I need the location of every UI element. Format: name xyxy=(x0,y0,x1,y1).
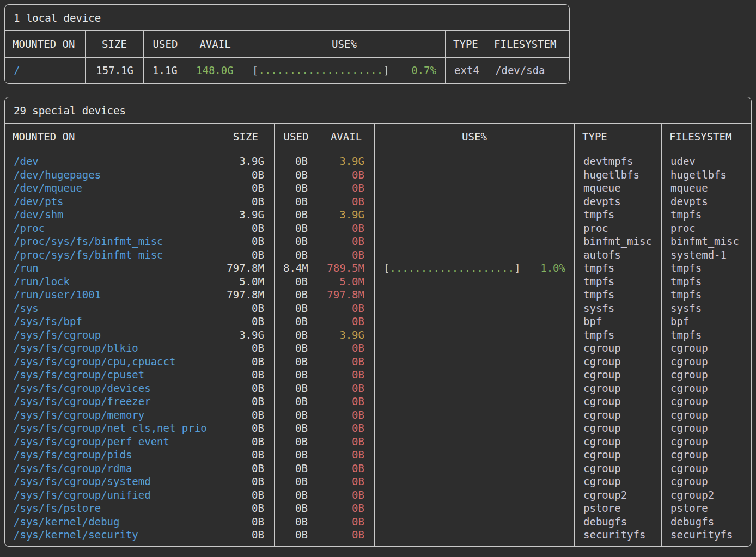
spacer-cell xyxy=(275,150,318,155)
use-percent-cell xyxy=(375,155,575,168)
mount-point-cell: /proc xyxy=(5,222,217,235)
avail-cell: 0B xyxy=(318,515,375,529)
use-percent-cell xyxy=(375,501,575,515)
filesystem-cell: cgroup xyxy=(662,448,751,462)
mount-point-cell: /sys/fs/cgroup/pids xyxy=(5,448,217,462)
bar-dots: .................... xyxy=(258,64,383,76)
device-row: /dev/shm3.9G0B3.9Gtmpfstmpfs xyxy=(5,208,751,222)
avail-cell: 0B xyxy=(318,448,375,462)
usage-percent: 0.7% xyxy=(411,58,436,83)
avail-cell: 0B xyxy=(318,435,375,449)
filesystem-cell: cgroup xyxy=(662,435,751,449)
filesystem-cell: hugetlbfs xyxy=(662,168,751,182)
device-row: /dev/mqueue0B0B0Bmqueuemqueue xyxy=(5,181,751,195)
type-cell: cgroup xyxy=(575,382,662,395)
type-cell: proc xyxy=(575,222,662,235)
column-header: TYPE xyxy=(575,124,662,150)
spacer-cell xyxy=(375,150,575,155)
column-header: SIZE xyxy=(217,124,275,150)
device-row: /sys/fs/cgroup/memory0B0B0Bcgroupcgroup xyxy=(5,408,751,422)
device-row: /sys/fs/cgroup/blkio0B0B0Bcgroupcgroup xyxy=(5,341,751,355)
avail-cell: 5.0M xyxy=(318,275,375,289)
filesystem-cell: tmpfs xyxy=(662,288,751,302)
size-cell: 0B xyxy=(217,315,275,328)
mount-point-cell: /sys/fs/cgroup/cpu,cpuacct xyxy=(5,355,217,369)
mount-point-cell: /dev/mqueue xyxy=(5,181,217,195)
avail-cell: 0B xyxy=(318,368,375,382)
mount-point-cell: /sys/fs/cgroup/freezer xyxy=(5,395,217,408)
filesystem-cell: tmpfs xyxy=(662,328,751,342)
bar-dots: .................... xyxy=(389,262,514,274)
spacer-cell xyxy=(217,150,275,155)
table-body: /dev3.9G0B3.9Gdevtmpfsudev/dev/hugepages… xyxy=(5,150,751,546)
device-row: /sys/fs/cgroup/unified0B0B0Bcgroup2cgrou… xyxy=(5,488,751,502)
device-row: /sys/fs/cgroup3.9G0B3.9Gtmpfstmpfs xyxy=(5,328,751,342)
size-cell: 0B xyxy=(217,435,275,449)
used-cell: 0B xyxy=(275,222,318,235)
bar-bracket: ] xyxy=(383,64,389,76)
table-title: 1 local device xyxy=(5,5,569,31)
avail-cell: 0B xyxy=(318,315,375,328)
avail-cell: 0B xyxy=(318,421,375,435)
device-row: /157.1G1.1G148.0G[....................]0… xyxy=(5,58,569,83)
spacer-cell xyxy=(575,150,662,155)
type-cell: devtmpfs xyxy=(575,155,662,168)
avail-cell: 0B xyxy=(318,395,375,408)
type-cell: cgroup xyxy=(575,448,662,462)
size-cell: 0B xyxy=(217,168,275,182)
mount-point-cell: /sys/fs/pstore xyxy=(5,501,217,515)
filesystem-cell: cgroup xyxy=(662,355,751,369)
device-row: /proc0B0B0Bprocproc xyxy=(5,222,751,235)
used-cell: 0B xyxy=(275,421,318,435)
used-cell: 0B xyxy=(275,368,318,382)
type-cell: cgroup xyxy=(575,395,662,408)
usage-bar: [....................] xyxy=(252,58,389,83)
avail-cell: 789.5M xyxy=(318,261,375,275)
use-percent-cell xyxy=(375,515,575,529)
use-percent-cell xyxy=(375,488,575,502)
use-percent-cell xyxy=(375,275,575,289)
size-cell: 3.9G xyxy=(217,208,275,222)
table-header-row: MOUNTED ONSIZEUSEDAVAILUSE%TYPEFILESYSTE… xyxy=(5,124,751,150)
mount-point-cell: /sys/fs/cgroup/blkio xyxy=(5,341,217,355)
type-cell: tmpfs xyxy=(575,261,662,275)
size-cell: 3.9G xyxy=(217,328,275,342)
bar-bracket: [ xyxy=(252,64,258,76)
mount-point-cell: /sys xyxy=(5,302,217,315)
avail-cell: 797.8M xyxy=(318,288,375,302)
avail-cell: 3.9G xyxy=(318,155,375,168)
device-row: /dev/hugepages0B0B0Bhugetlbfshugetlbfs xyxy=(5,168,751,182)
size-cell: 157.1G xyxy=(86,58,144,83)
column-header: SIZE xyxy=(86,31,144,57)
table-header-row: MOUNTED ONSIZEUSEDAVAILUSE%TYPEFILESYSTE… xyxy=(5,31,569,58)
used-cell: 0B xyxy=(275,155,318,168)
spacer-cell xyxy=(662,150,751,155)
column-header: TYPE xyxy=(446,31,486,57)
avail-cell: 0B xyxy=(318,222,375,235)
used-cell: 0B xyxy=(275,395,318,408)
avail-cell: 0B xyxy=(318,382,375,395)
used-cell: 0B xyxy=(275,341,318,355)
filesystem-cell: tmpfs xyxy=(662,208,751,222)
filesystem-cell: udev xyxy=(662,155,751,168)
size-cell: 3.9G xyxy=(217,155,275,168)
spacer-cell xyxy=(318,150,375,155)
used-cell: 0B xyxy=(275,462,318,475)
device-row: /sys/kernel/debug0B0B0Bdebugfsdebugfs xyxy=(5,515,751,529)
size-cell: 0B xyxy=(217,448,275,462)
use-percent-cell xyxy=(375,341,575,355)
type-cell: cgroup xyxy=(575,368,662,382)
size-cell: 0B xyxy=(217,302,275,315)
avail-cell: 3.9G xyxy=(318,328,375,342)
filesystem-cell: cgroup xyxy=(662,368,751,382)
type-cell: cgroup xyxy=(575,435,662,449)
filesystem-cell: /dev/sda xyxy=(486,58,569,83)
use-percent-cell xyxy=(375,435,575,449)
used-cell: 0B xyxy=(275,328,318,342)
spacer-cell xyxy=(575,542,662,546)
spacer-row xyxy=(5,542,751,546)
use-percent-cell xyxy=(375,168,575,182)
avail-cell: 3.9G xyxy=(318,208,375,222)
use-percent-cell xyxy=(375,408,575,422)
used-cell: 0B xyxy=(275,355,318,369)
